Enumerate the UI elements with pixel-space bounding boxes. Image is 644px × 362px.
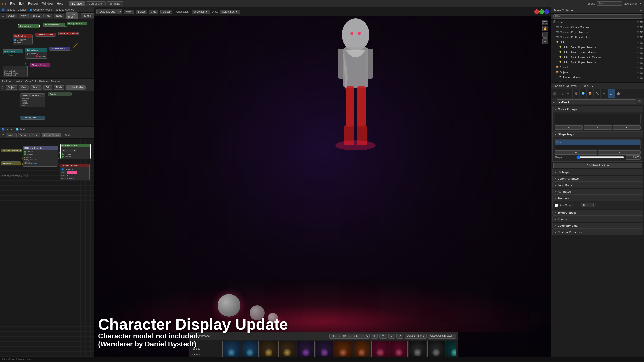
hide-in-viewport-icon[interactable]: 👁 <box>637 51 639 54</box>
node-red-1[interactable]: Set Position Geometry Selection <box>13 34 33 45</box>
hide-in-viewport-icon[interactable]: 👁 <box>637 26 639 28</box>
prop-tab-particles[interactable]: ✦ <box>601 89 608 98</box>
gizmo-y[interactable] <box>539 9 544 14</box>
hide-in-viewport-icon[interactable]: 👁 <box>637 61 639 64</box>
hide-in-viewport-icon[interactable]: 👁 <box>637 71 639 74</box>
prop-tab-render[interactable]: 🎥 <box>551 89 558 98</box>
toolbar-add[interactable]: Add <box>43 14 52 18</box>
hide-in-render-icon[interactable]: 📷 <box>640 36 643 38</box>
node-bottom-left[interactable]: ... Instance Scale Random Rotation Rotat… <box>3 66 28 77</box>
workspace-tab-3dview[interactable]: 3D View <box>69 1 85 6</box>
node-cyan-2[interactable]: Set Material Geometry Material <box>25 48 47 59</box>
object-mode-selector[interactable]: Object Mode <box>96 9 122 14</box>
toolbar-object[interactable]: Object <box>6 14 17 18</box>
shape-slider[interactable] <box>576 155 624 159</box>
hide-in-render-icon[interactable]: 📷 <box>640 81 643 82</box>
outliner-item[interactable]: 💡 Light - Area - Upper - Muertos 👁 📷 <box>551 45 644 50</box>
auto-smooth-checkbox[interactable] <box>555 204 558 207</box>
world-output-select[interactable]: All <box>62 149 77 152</box>
asset-settings[interactable]: ⚙ <box>396 334 403 339</box>
shape-keys-list[interactable]: Basis <box>555 139 641 149</box>
hide-in-viewport-icon[interactable]: 👁 <box>637 36 639 38</box>
viewport-background[interactable]: ♥ Character Display Update Character mod… <box>94 7 551 362</box>
asset-search[interactable]: 🔍 <box>379 334 387 339</box>
prop-tab-material[interactable]: ⬤ <box>615 89 622 98</box>
orientation-default[interactable]: ⊕ Default ▼ <box>192 10 210 14</box>
viewport-add[interactable]: Add <box>149 10 158 14</box>
drag-select-box[interactable]: Select Box ▼ <box>220 10 240 14</box>
node-bottom-1[interactable]: Random Value <box>49 47 70 51</box>
outliner-item[interactable]: ▼ Ember - Muertos 👁 📷 <box>551 75 644 80</box>
filter-icon[interactable]: ⊿ <box>640 9 642 12</box>
outliner-item[interactable]: 💡 Light - Point - Upper - Muertos 👁 📷 <box>551 50 644 55</box>
hide-in-render-icon[interactable]: 📷 <box>640 66 643 69</box>
scene-search-input[interactable] <box>597 1 622 6</box>
outliner-item[interactable]: 📷 Camera - Close - Muertos 👁 📷 <box>551 25 644 30</box>
gizmo-x[interactable] <box>534 9 539 14</box>
toolbar-mid-use-nodes[interactable]: ✓ Use Nodes <box>66 85 86 90</box>
outliner-item[interactable]: 💡 Light 👁 📷 <box>551 40 644 45</box>
nav-btn-grab[interactable]: ✋ <box>542 26 548 31</box>
gizmo-z[interactable] <box>544 9 549 14</box>
node-red-3[interactable]: Instance on Points <box>58 32 79 35</box>
auto-smooth-angle-input[interactable] <box>581 203 594 207</box>
hide-in-render-icon[interactable]: 📷 <box>640 76 643 79</box>
hide-in-render-icon[interactable]: 📷 <box>640 61 643 64</box>
section-header-texture_space[interactable]: ▶ Texture Space <box>552 210 643 216</box>
view-layer-dropdown[interactable]: ▼ <box>639 2 642 5</box>
node-red-2[interactable]: Distribute Points <box>35 33 56 37</box>
toolbar-view[interactable]: View <box>19 14 29 18</box>
outliner-search-input[interactable] <box>553 14 642 19</box>
remove-shape-key-btn[interactable]: − <box>598 150 641 155</box>
asset-display-mode[interactable]: ⊞ <box>371 334 378 339</box>
section-header-remesh[interactable]: ▶ Remesh <box>552 216 643 222</box>
toolbar-mid-view[interactable]: View <box>19 85 29 90</box>
toolbar-use-nodes[interactable]: ✓ Use Nodes <box>66 12 78 19</box>
close-asset-browser-btn[interactable]: Close Asset Browser <box>428 334 456 339</box>
node-cyan-1[interactable]: Object Info <box>3 49 23 53</box>
hide-in-viewport-icon[interactable]: 👁 <box>637 76 639 79</box>
node-join-geo[interactable]: Join Geometry <box>43 23 65 27</box>
outliner-item[interactable]: 📦 Control 👁 📷 <box>551 65 644 70</box>
outliner-item[interactable]: 📷 Camera - Pose - Muertos 👁 📷 <box>551 30 644 35</box>
hide-in-render-icon[interactable]: 📷 <box>640 56 643 59</box>
node-hdri[interactable]: HDRI and Color B... Shader Volume HDRI B… <box>23 146 58 167</box>
hide-in-viewport-icon[interactable]: 👁 <box>637 46 639 49</box>
prop-tab-output[interactable]: 🖨 <box>558 89 565 98</box>
outliner-item[interactable]: 📷 Camera - Profile - Muertos 👁 📷 <box>551 35 644 40</box>
section-header-shape-keys[interactable]: ▼ Shape Keys <box>552 131 643 137</box>
add-rest-position-btn[interactable]: Add Rest Position <box>553 163 642 168</box>
toolbar-mid-add[interactable]: Add <box>43 85 52 90</box>
toolbar-world-view[interactable]: View <box>18 133 28 137</box>
remove-vertex-group-btn[interactable]: − <box>584 125 612 130</box>
section-header-custom_properties[interactable]: ▶ Custom Properties <box>552 229 643 235</box>
section-header-uv-maps[interactable]: ▶ UV Maps <box>552 169 643 175</box>
section-header-geometry_data[interactable]: ▶ Geometry Data <box>552 223 643 229</box>
toolbar-mid-node[interactable]: Node <box>54 85 64 90</box>
asset-filter[interactable]: ⊿ <box>388 334 395 339</box>
node-tex-coord[interactable]: Texture Coordinate <box>1 149 22 152</box>
toolbar-mid-object[interactable]: Object <box>6 85 17 90</box>
node-mid-particles[interactable]: Particles Settings EmissionSourceVelocit… <box>20 93 45 107</box>
menu-file[interactable]: File <box>10 2 15 5</box>
node-group-input[interactable]: Group Input <box>18 24 40 28</box>
slot-selector[interactable]: Slot 1 <box>81 13 94 18</box>
default-params-btn[interactable]: Default Params <box>405 334 427 339</box>
hide-in-render-icon[interactable]: 📷 <box>640 71 643 74</box>
node-canvas-top[interactable]: Group Input Join Geometry Group Output S… <box>0 19 94 79</box>
hide-in-render-icon[interactable]: 📷 <box>640 26 643 28</box>
outliner-item[interactable]: 💡 Light - Spot - Lower Left - Muertos 👁 … <box>551 55 644 60</box>
hide-in-viewport-icon[interactable]: 👁 <box>637 21 639 23</box>
node-mapping[interactable]: Mapping <box>1 161 21 165</box>
vertex-group-options-btn[interactable]: ▼ <box>613 125 641 130</box>
add-shape-key-btn[interactable]: + <box>555 150 597 155</box>
viewport-object[interactable]: Object <box>160 10 172 14</box>
hide-in-viewport-icon[interactable]: 👁 <box>637 56 639 59</box>
menu-edit[interactable]: Edit <box>19 2 24 5</box>
viewport-select[interactable]: Select <box>136 10 147 14</box>
prop-tab-world[interactable]: 🌍 <box>580 89 587 98</box>
viewport-view[interactable]: View <box>124 10 134 14</box>
object-name-input[interactable] <box>557 99 636 104</box>
menu-help[interactable]: Help <box>57 2 63 5</box>
node-world-output[interactable]: World Output B All Surface Volume <box>60 144 91 159</box>
